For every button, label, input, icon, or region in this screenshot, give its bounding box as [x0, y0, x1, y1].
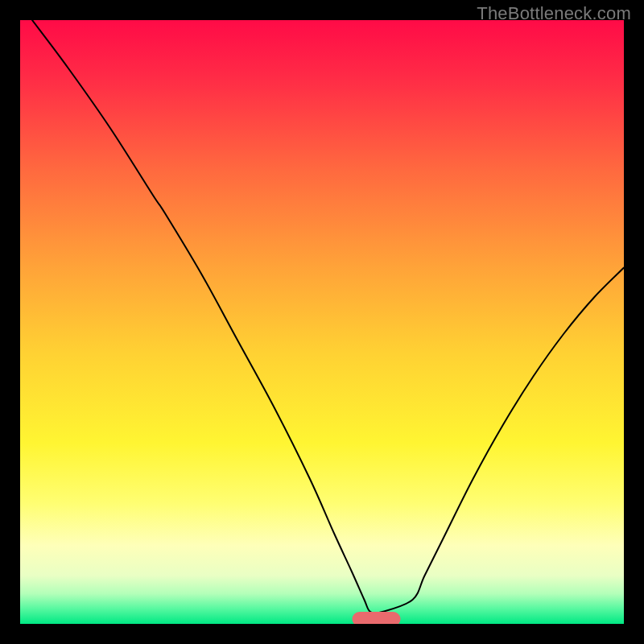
plot-area — [20, 20, 624, 624]
chart-svg — [20, 20, 624, 624]
chart-frame: TheBottleneck.com — [0, 0, 644, 644]
chart-background — [20, 20, 624, 624]
optimum-marker — [353, 612, 401, 624]
